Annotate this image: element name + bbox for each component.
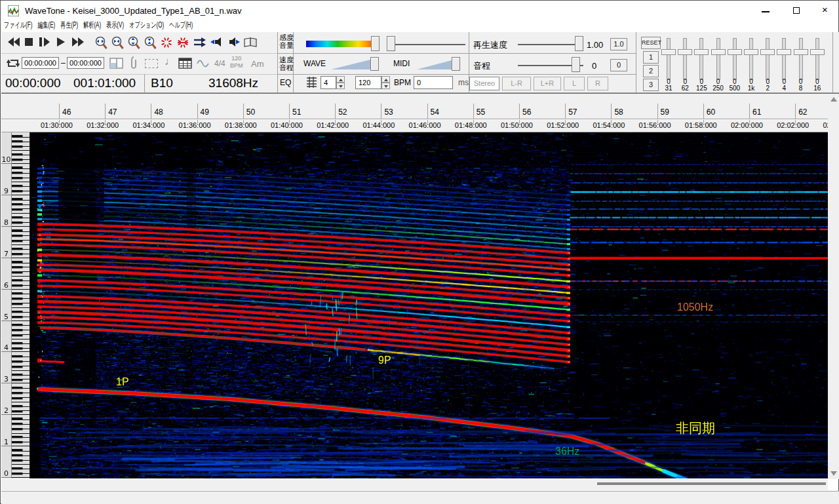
ruler-tick [795, 104, 796, 119]
rewind-icon[interactable] [7, 36, 20, 48]
speed-label: 再生速度 [473, 39, 507, 51]
ruler-tick [427, 104, 428, 119]
beats-input[interactable]: 4 [321, 76, 336, 89]
sensitivity-slider-thumb[interactable] [371, 36, 380, 51]
wave-slider-thumb[interactable] [370, 57, 379, 71]
eq-band-thumb-250[interactable] [711, 49, 726, 55]
menu-item-6[interactable]: ヘルプ(H) [169, 20, 193, 32]
maximize-icon [793, 7, 800, 14]
eq-band-thumb-62[interactable] [678, 49, 692, 55]
volume-slider-thumb[interactable] [387, 36, 395, 51]
channel-button-l[interactable]: L [564, 77, 585, 90]
eq-preset-button-3[interactable]: 3 [643, 79, 659, 91]
vertical-scrollbar[interactable] [828, 94, 839, 479]
beats-spinner[interactable] [336, 76, 345, 89]
channel-button-stereo[interactable]: Stereo [469, 77, 499, 90]
speaker-forward-icon[interactable] [226, 35, 241, 49]
play-icon[interactable] [55, 36, 67, 48]
speaker-back-icon[interactable] [210, 35, 224, 49]
volume-slider-track [387, 44, 465, 45]
loop-end-input[interactable]: 00:00:000 [67, 57, 104, 69]
speed-slider-thumb[interactable] [575, 36, 583, 51]
midi-slider-thumb[interactable] [452, 57, 460, 71]
ruler-time-label: 01:56:000 [639, 121, 671, 129]
channel-button-r[interactable]: R [587, 77, 608, 90]
scroll-up-icon[interactable] [830, 97, 837, 102]
ruler-measure-number: 56 [522, 107, 531, 117]
fast-forward-icon[interactable] [71, 36, 85, 48]
loop-icon[interactable] [7, 56, 20, 69]
maximize-button[interactable] [783, 1, 810, 20]
beats-down-icon[interactable] [336, 83, 345, 89]
ruler-measure-number: 61 [752, 107, 761, 117]
menu-item-0[interactable]: ファイル(F) [4, 20, 32, 32]
eq-band-thumb-8[interactable] [794, 49, 808, 55]
channel-button-lr[interactable]: L+R [534, 77, 561, 90]
sync-marker-icon[interactable] [160, 35, 173, 50]
ruler-time-label: 02:02:000 [777, 121, 809, 129]
split-view-icon[interactable] [109, 58, 123, 69]
speed-reset-button[interactable]: 1.0 [610, 38, 627, 50]
ruler-tick [151, 104, 151, 119]
eq-reset-button[interactable]: RESET [641, 37, 661, 49]
zoom-in-vertical-icon[interactable] [127, 35, 141, 50]
bpm-down-icon[interactable] [381, 83, 390, 89]
beats-up-icon[interactable] [336, 76, 345, 83]
zoom-out-horizontal-icon[interactable] [110, 35, 125, 50]
note-table-icon[interactable] [178, 58, 192, 69]
menu-item-2[interactable]: 再生(P) [60, 20, 78, 32]
play-pause-icon[interactable] [38, 36, 51, 48]
sync-all-marker-icon[interactable] [176, 35, 189, 50]
eq-band-thumb-125[interactable] [694, 49, 709, 55]
piano-keyboard[interactable] [12, 132, 29, 478]
bpm-input[interactable]: 120 [355, 76, 381, 89]
menu-item-5[interactable]: オプション(O) [129, 20, 164, 32]
pitch-value: 0 [592, 61, 596, 71]
ruler-measure-number: 58 [614, 107, 623, 117]
eq-band-thumb-1k[interactable] [744, 49, 758, 55]
loop-start-input[interactable]: 00:00:000 [22, 57, 59, 69]
bpm-up-icon[interactable] [381, 76, 390, 83]
eq-band-thumb-16[interactable] [810, 49, 825, 55]
eq-band-thumb-500[interactable] [728, 49, 742, 55]
zoom-in-horizontal-icon[interactable] [94, 35, 108, 50]
title-bar[interactable]: WaveTone - Keisei_3000_Updated_Type1_AB_… [1, 1, 838, 20]
wave-level-triangle [331, 60, 370, 69]
zoom-out-vertical-icon[interactable] [143, 35, 157, 50]
eq-preset-button-2[interactable]: 2 [643, 65, 659, 77]
eq-band-thumb-2[interactable] [760, 49, 775, 55]
menu-item-1[interactable]: 編集(E) [37, 20, 55, 32]
horizontal-scrollbar[interactable] [1, 479, 828, 490]
ruler-time-label: 01:30:000 [41, 121, 73, 129]
eq-preset-button-1[interactable]: 1 [643, 51, 659, 64]
flow-arrows-icon[interactable] [193, 36, 206, 48]
eq-band-thumb-31[interactable] [661, 49, 676, 55]
menu-item-3[interactable]: 解析(A) [83, 20, 101, 32]
eq-band-thumb-4[interactable] [777, 49, 791, 55]
hscroll-thumb[interactable] [597, 482, 826, 485]
selection-rect-icon[interactable] [145, 59, 158, 68]
scroll-down-icon[interactable] [830, 471, 837, 476]
clip-icon[interactable] [130, 56, 138, 70]
minimize-button[interactable] [752, 1, 779, 20]
pitch-reset-button[interactable]: 0 [610, 59, 627, 71]
ruler-measure-number: 50 [246, 107, 255, 117]
offset-input[interactable]: 0 [414, 76, 453, 89]
timeline-ruler[interactable]: 4601:30:0004701:32:0004801:34:0004901:36… [1, 94, 828, 132]
waveform-icon[interactable] [196, 58, 210, 69]
note-icon[interactable]: ♩ [165, 55, 176, 68]
ruler-measure-number: 53 [384, 107, 393, 117]
stop-icon[interactable] [24, 36, 34, 48]
pitch-cell-label: 音程 [279, 64, 294, 71]
vol-label: 音量 [279, 41, 294, 49]
bpm-spinner[interactable] [381, 76, 390, 89]
beat-grid-icon[interactable] [305, 76, 318, 88]
score-book-icon[interactable] [243, 35, 258, 49]
ruler-tick [565, 104, 566, 119]
pitch-slider-thumb[interactable] [572, 57, 580, 72]
label-9p: 9P [378, 355, 391, 366]
eq-band-freq-31: 31 [661, 85, 676, 92]
close-button[interactable]: × [813, 1, 839, 20]
channel-button-lr[interactable]: L-R [502, 77, 531, 90]
menu-item-4[interactable]: 表示(V) [106, 20, 124, 32]
